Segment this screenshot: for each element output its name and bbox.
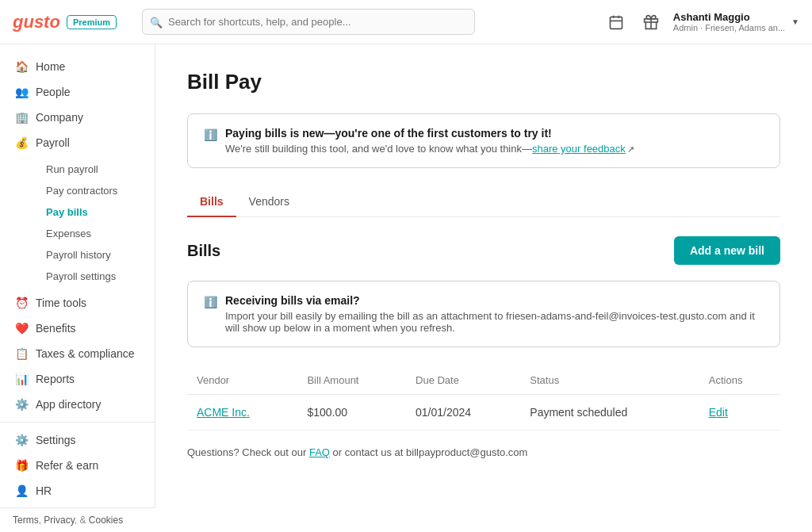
svg-rect-0 xyxy=(610,17,622,29)
bills-section-title: Bills xyxy=(187,242,220,260)
table-header-row: Vendor Bill Amount Due Date Status Actio… xyxy=(187,366,780,395)
cell-amount: $100.00 xyxy=(297,395,406,431)
people-icon: 👥 xyxy=(15,86,28,98)
info-banner: ℹ️ Paying bills is new—you're one of the… xyxy=(187,113,780,168)
sidebar-item-time-tools[interactable]: ⏰ Time tools xyxy=(0,290,155,316)
footer-links: Terms, Privacy, & Cookies xyxy=(0,507,155,532)
calendar-button[interactable] xyxy=(603,10,629,35)
feedback-link[interactable]: share your feedback xyxy=(532,143,626,155)
info-banner-title: Paying bills is new—you're one of the fi… xyxy=(225,127,634,140)
sidebar-time-label: Time tools xyxy=(36,297,86,309)
sidebar-item-payroll-history[interactable]: Payroll history xyxy=(33,244,155,266)
app-container: gusto Premium 🔍 Ashanti Maggio Admin · xyxy=(0,0,812,532)
cell-due-date: 01/01/2024 xyxy=(406,395,520,431)
sidebar-item-benefits[interactable]: ❤️ Benefits xyxy=(0,316,155,341)
sidebar-item-company[interactable]: 🏢 Company xyxy=(0,105,155,130)
external-link-icon: ↗ xyxy=(627,144,634,154)
payroll-icon: 💰 xyxy=(15,136,28,149)
col-actions: Actions xyxy=(699,366,780,395)
app-directory-icon: ⚙️ xyxy=(15,398,28,411)
sidebar-item-taxes[interactable]: 📋 Taxes & compliance xyxy=(0,341,155,366)
taxes-icon: 📋 xyxy=(15,347,28,360)
refer-icon: 🎁 xyxy=(15,459,28,472)
sidebar-reports-label: Reports xyxy=(36,373,75,385)
info-banner-body: We're still building this tool, and we'd… xyxy=(225,143,634,155)
faq-link[interactable]: FAQ xyxy=(309,446,330,458)
sidebar-item-app-directory[interactable]: ⚙️ App directory xyxy=(0,392,155,417)
sidebar-item-run-payroll[interactable]: Run payroll xyxy=(33,159,155,180)
contact-email: billpayproduct@gusto.com xyxy=(406,446,527,458)
sidebar-refer-label: Refer & earn xyxy=(36,459,98,472)
home-icon: 🏠 xyxy=(15,60,28,73)
tabs-container: Bills Vendors xyxy=(187,187,780,217)
sidebar-item-expenses[interactable]: Expenses xyxy=(33,223,155,244)
edit-link[interactable]: Edit xyxy=(709,406,728,419)
calendar-icon xyxy=(608,14,624,30)
table-row: ACME Inc. $100.00 01/01/2024 Payment sch… xyxy=(187,395,780,431)
sidebar-item-pay-bills[interactable]: Pay bills xyxy=(33,201,155,223)
sidebar-divider xyxy=(0,422,155,423)
gift-button[interactable] xyxy=(638,10,664,35)
sidebar-item-settings[interactable]: ⚙️ Settings xyxy=(0,427,155,453)
email-banner-title: Receiving bills via email? xyxy=(225,294,764,307)
sidebar-item-reports[interactable]: 📊 Reports xyxy=(0,366,155,392)
search-icon: 🔍 xyxy=(150,16,163,28)
reports-icon: 📊 xyxy=(15,373,28,385)
sidebar-company-label: Company xyxy=(36,111,83,124)
payroll-submenu: Run payroll Pay contractors Pay bills Ex… xyxy=(0,155,155,290)
main-content: Bill Pay ℹ️ Paying bills is new—you're o… xyxy=(155,44,812,532)
user-info: Ashanti Maggio Admin · Friesen, Adams an… xyxy=(673,11,785,33)
search-bar: 🔍 xyxy=(142,9,475,35)
questions-text: Questions? Check out our FAQ or contact … xyxy=(187,446,780,458)
add-bill-button[interactable]: Add a new bill xyxy=(674,236,780,265)
sidebar-taxes-label: Taxes & compliance xyxy=(36,347,135,360)
sidebar-benefits-label: Benefits xyxy=(36,322,76,335)
hr-icon: 👤 xyxy=(15,484,28,497)
bills-header: Bills Add a new bill xyxy=(187,236,780,265)
user-menu[interactable]: Ashanti Maggio Admin · Friesen, Adams an… xyxy=(673,11,799,33)
sidebar: 🏠 Home 👥 People 🏢 Company 💰 Payroll Run … xyxy=(0,44,155,532)
search-input[interactable] xyxy=(142,9,475,35)
logo-area: gusto Premium xyxy=(13,12,117,33)
bills-table: Vendor Bill Amount Due Date Status Actio… xyxy=(187,366,780,431)
info-banner-content: Paying bills is new—you're one of the fi… xyxy=(225,127,634,155)
sidebar-item-home[interactable]: 🏠 Home xyxy=(0,54,155,79)
topbar: gusto Premium 🔍 Ashanti Maggio Admin · xyxy=(0,0,812,44)
time-icon: ⏰ xyxy=(15,297,28,309)
topbar-icons: Ashanti Maggio Admin · Friesen, Adams an… xyxy=(603,10,799,35)
sidebar-item-payroll-settings[interactable]: Payroll settings xyxy=(33,266,155,287)
sidebar-item-refer-earn[interactable]: 🎁 Refer & earn xyxy=(0,453,155,478)
settings-icon: ⚙️ xyxy=(15,434,28,446)
table-body: ACME Inc. $100.00 01/01/2024 Payment sch… xyxy=(187,395,780,431)
chevron-down-icon: ▼ xyxy=(791,17,799,26)
sidebar-item-people[interactable]: 👥 People xyxy=(0,79,155,105)
tab-vendors[interactable]: Vendors xyxy=(236,187,302,217)
sidebar-people-label: People xyxy=(36,86,71,98)
sidebar-item-pay-contractors[interactable]: Pay contractors xyxy=(33,180,155,201)
sidebar-item-hr[interactable]: 👤 HR xyxy=(0,478,155,503)
page-title: Bill Pay xyxy=(187,70,780,94)
cookies-link[interactable]: Cookies xyxy=(89,515,123,526)
benefits-icon: ❤️ xyxy=(15,322,28,335)
email-banner: ℹ️ Receiving bills via email? Import you… xyxy=(187,281,780,347)
tab-bills[interactable]: Bills xyxy=(187,187,236,217)
gusto-logo: gusto xyxy=(13,12,60,33)
sidebar-hr-label: HR xyxy=(36,484,52,497)
cell-vendor: ACME Inc. xyxy=(187,395,297,431)
privacy-link[interactable]: Privacy xyxy=(44,515,74,526)
cell-status: Payment scheduled xyxy=(520,395,699,431)
terms-link[interactable]: Terms xyxy=(13,515,39,526)
gift-icon xyxy=(643,14,659,30)
table-header: Vendor Bill Amount Due Date Status Actio… xyxy=(187,366,780,395)
main-area: 🏠 Home 👥 People 🏢 Company 💰 Payroll Run … xyxy=(0,44,812,532)
col-status: Status xyxy=(520,366,699,395)
company-icon: 🏢 xyxy=(15,111,28,124)
vendor-link[interactable]: ACME Inc. xyxy=(197,406,250,419)
sidebar-section-main: 🏠 Home 👥 People 🏢 Company 💰 Payroll Run … xyxy=(0,51,155,507)
sidebar-item-payroll[interactable]: 💰 Payroll xyxy=(0,130,155,155)
sidebar-home-label: Home xyxy=(36,60,65,73)
email-info-icon: ℹ️ xyxy=(204,296,217,308)
email-banner-body: Import your bill easily by emailing the … xyxy=(225,310,764,334)
sidebar-settings-label: Settings xyxy=(36,434,76,446)
user-subtitle: Admin · Friesen, Adams an... xyxy=(673,23,785,33)
